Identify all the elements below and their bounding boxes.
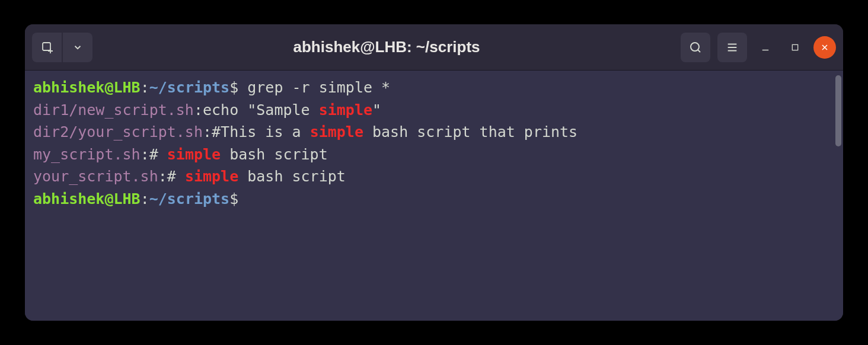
output-segment: dir2/your_script.sh xyxy=(33,123,203,140)
command-text: grep -r simple * xyxy=(238,79,390,96)
prompt-path: ~/scripts xyxy=(149,79,229,96)
output-segment: simple xyxy=(310,123,363,140)
output-segment: : xyxy=(194,101,203,119)
terminal-line: dir2/your_script.sh:#This is a simple ba… xyxy=(33,121,835,143)
output-segment: my_script.sh xyxy=(33,146,141,163)
output-segment: : xyxy=(158,168,167,185)
tab-dropdown-button[interactable] xyxy=(63,33,92,62)
output-segment: # xyxy=(149,146,167,163)
window-title: abhishek@LHB: ~/scripts xyxy=(97,38,676,56)
output-segment: bash script xyxy=(238,168,346,185)
output-segment: bash script that prints xyxy=(363,123,577,140)
terminal-line: my_script.sh:# simple bash script xyxy=(33,143,835,166)
scrollbar-thumb[interactable] xyxy=(835,75,841,146)
prompt-dollar: $ xyxy=(229,190,238,207)
output-segment: # xyxy=(167,168,185,185)
output-segment: simple xyxy=(185,168,238,185)
new-tab-button[interactable] xyxy=(32,33,62,62)
output-segment: #This is a xyxy=(212,123,310,140)
maximize-button[interactable] xyxy=(784,36,806,59)
output-segment: : xyxy=(203,123,212,140)
terminal-line: your_script.sh:# simple bash script xyxy=(33,165,835,188)
terminal-body[interactable]: abhishek@LHB:~/scripts$ grep -r simple *… xyxy=(25,71,843,321)
output-segment: dir1/new_script.sh xyxy=(33,101,194,119)
terminal-content: abhishek@LHB:~/scripts$ grep -r simple *… xyxy=(33,76,835,210)
terminal-line: abhishek@LHB:~/scripts$ grep -r simple * xyxy=(33,76,835,99)
svg-line-4 xyxy=(698,50,700,52)
titlebar-left-buttons xyxy=(32,33,92,62)
output-segment: your_script.sh xyxy=(33,168,158,185)
svg-point-3 xyxy=(691,43,699,51)
titlebar-right-buttons xyxy=(681,33,836,62)
close-button[interactable] xyxy=(813,36,836,59)
output-segment: echo "Sample xyxy=(203,101,319,119)
terminal-line: dir1/new_script.sh:echo "Sample simple" xyxy=(33,99,835,122)
prompt-sep: : xyxy=(141,190,149,207)
output-segment: bash script xyxy=(221,146,328,163)
output-segment: simple xyxy=(319,101,372,119)
prompt-dollar: $ xyxy=(229,79,238,96)
svg-rect-0 xyxy=(43,43,50,50)
output-segment: " xyxy=(372,101,381,119)
prompt-path: ~/scripts xyxy=(149,190,229,207)
terminal-line: abhishek@LHB:~/scripts$ xyxy=(33,188,835,210)
titlebar: abhishek@LHB: ~/scripts xyxy=(25,24,843,71)
output-segment: simple xyxy=(167,146,221,163)
prompt-sep: : xyxy=(141,79,149,96)
hamburger-menu-button[interactable] xyxy=(717,33,747,62)
terminal-window: abhishek@LHB: ~/scripts xyxy=(25,24,843,321)
minimize-button[interactable] xyxy=(754,36,777,59)
prompt-user: abhishek@LHB xyxy=(33,79,141,96)
prompt-user: abhishek@LHB xyxy=(33,190,141,207)
search-button[interactable] xyxy=(681,33,710,62)
svg-rect-9 xyxy=(792,44,797,50)
output-segment: : xyxy=(141,146,149,163)
